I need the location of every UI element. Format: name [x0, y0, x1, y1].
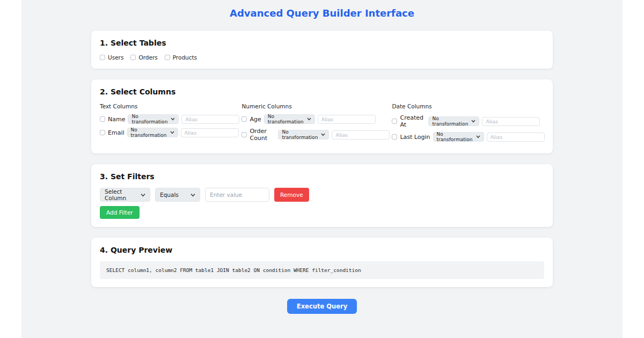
filter-column-select-value: Select Column	[105, 188, 138, 201]
name-column-label: Name	[108, 116, 125, 123]
set-filters-card: 3. Set Filters Select Column Equals Remo…	[91, 164, 553, 227]
last-login-alias-input[interactable]	[487, 133, 545, 142]
name-transform-value: No transformation	[131, 114, 169, 124]
execute-button-row: Execute Query	[91, 299, 553, 330]
age-alias-input[interactable]	[318, 115, 376, 124]
chevron-down-icon	[476, 135, 480, 138]
products-checkbox-label: Products	[173, 54, 197, 61]
orders-checkbox[interactable]	[130, 55, 136, 60]
chevron-down-icon	[191, 193, 195, 197]
name-alias-input[interactable]	[181, 115, 239, 124]
filter-value-input[interactable]	[205, 188, 269, 202]
chevron-down-icon	[321, 133, 325, 136]
age-transform-select[interactable]: No transformation	[264, 114, 315, 124]
chevron-down-icon	[171, 117, 175, 121]
numeric-columns-label: Numeric Columns	[241, 103, 390, 109]
page-background: Advanced Query Builder Interface 1. Sele…	[21, 0, 623, 338]
execute-query-button[interactable]: Execute Query	[287, 299, 357, 314]
users-checkbox[interactable]	[100, 55, 105, 60]
filter-row: Select Column Equals Remove	[100, 188, 544, 202]
email-transform-select[interactable]: No transformation	[127, 128, 178, 137]
chevron-down-icon	[141, 193, 145, 197]
order-count-checkbox[interactable]	[241, 132, 247, 137]
filter-column-select[interactable]: Select Column	[100, 188, 150, 202]
set-filters-heading: 3. Set Filters	[100, 172, 544, 181]
age-column-label: Age	[250, 116, 261, 123]
select-columns-card: 2. Select Columns Text Columns Name No t…	[91, 79, 553, 153]
created-at-transform-select[interactable]: No transformation	[428, 116, 479, 126]
column-row-last-login: Last Login No transformation	[392, 132, 544, 142]
email-transform-value: No transformation	[131, 127, 168, 138]
last-login-column-label: Last Login	[400, 134, 430, 141]
last-login-checkbox[interactable]	[392, 134, 397, 139]
filter-operator-select-value: Equals	[160, 192, 179, 198]
created-at-column-label: Created At	[400, 114, 426, 128]
query-preview-card: 4. Query Preview SELECT column1, column2…	[91, 238, 553, 287]
order-count-transform-value: No transformation	[282, 129, 319, 140]
table-option-users[interactable]: Users	[100, 54, 123, 61]
chevron-down-icon	[471, 120, 475, 123]
email-column-label: Email	[108, 129, 125, 136]
text-columns-group: Text Columns Name No transformation Emai…	[100, 103, 239, 145]
page-title: Advanced Query Builder Interface	[91, 8, 553, 19]
orders-checkbox-label: Orders	[138, 54, 157, 61]
add-filter-button[interactable]: Add Filter	[100, 206, 140, 219]
last-login-transform-value: No transformation	[437, 131, 474, 142]
created-at-checkbox[interactable]	[392, 119, 397, 124]
column-row-created-at: Created At No transformation	[392, 114, 544, 128]
remove-filter-button[interactable]: Remove	[274, 188, 309, 202]
order-count-column-label: Order Count	[250, 128, 275, 142]
tables-checkbox-row: Users Orders Products	[100, 54, 544, 61]
text-columns-label: Text Columns	[100, 103, 239, 109]
filter-operator-select[interactable]: Equals	[155, 188, 200, 202]
email-checkbox[interactable]	[100, 130, 105, 135]
email-alias-input[interactable]	[181, 128, 239, 137]
created-at-alias-input[interactable]	[482, 117, 540, 126]
main-container: Advanced Query Builder Interface 1. Sele…	[91, 8, 553, 330]
column-row-email: Email No transformation	[100, 128, 239, 137]
age-transform-value: No transformation	[268, 114, 305, 124]
order-count-transform-select[interactable]: No transformation	[278, 130, 329, 139]
name-checkbox[interactable]	[100, 116, 105, 122]
query-preview-heading: 4. Query Preview	[100, 246, 544, 254]
users-checkbox-label: Users	[108, 54, 123, 61]
select-tables-card: 1. Select Tables Users Orders Products	[91, 31, 553, 69]
chevron-down-icon	[307, 117, 311, 121]
products-checkbox[interactable]	[165, 55, 170, 60]
date-columns-label: Date Columns	[392, 103, 544, 109]
table-option-orders[interactable]: Orders	[130, 54, 157, 61]
column-row-age: Age No transformation	[241, 114, 390, 124]
select-columns-heading: 2. Select Columns	[100, 87, 544, 96]
select-tables-heading: 1. Select Tables	[100, 39, 544, 47]
query-preview-text: SELECT column1, column2 FROM table1 JOIN…	[100, 261, 544, 279]
numeric-columns-group: Numeric Columns Age No transformation Or…	[241, 103, 390, 145]
last-login-transform-select[interactable]: No transformation	[433, 132, 484, 142]
chevron-down-icon	[170, 131, 174, 134]
order-count-alias-input[interactable]	[332, 130, 390, 139]
column-row-name: Name No transformation	[100, 114, 239, 124]
table-option-products[interactable]: Products	[165, 54, 197, 61]
name-transform-select[interactable]: No transformation	[128, 114, 179, 124]
created-at-transform-value: No transformation	[432, 116, 469, 127]
date-columns-group: Date Columns Created At No transformatio…	[392, 103, 544, 145]
column-row-order-count: Order Count No transformation	[241, 128, 390, 142]
column-groups: Text Columns Name No transformation Emai…	[100, 103, 544, 145]
age-checkbox[interactable]	[241, 116, 247, 122]
